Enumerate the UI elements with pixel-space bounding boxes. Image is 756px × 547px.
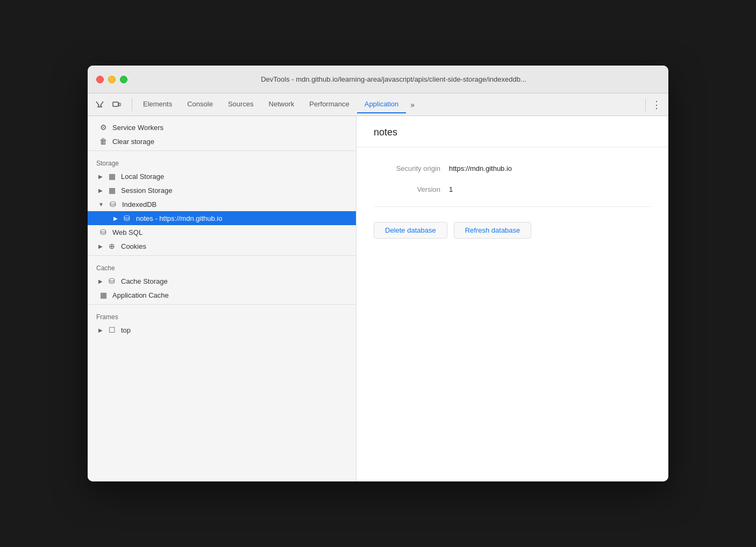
grid-icon-session-storage: ▦: [107, 186, 117, 195]
db-icon-notes: ⛁: [122, 214, 132, 222]
sidebar-label-session-storage: Session Storage: [121, 186, 172, 195]
content-header: notes: [356, 116, 668, 147]
version-row: Version 1: [374, 185, 651, 193]
sidebar-item-app-cache[interactable]: ▦ Application Cache: [88, 288, 356, 302]
frame-icon-top: ☐: [107, 326, 117, 334]
sidebar-label-app-cache: Application Cache: [112, 291, 169, 299]
close-button[interactable]: [96, 76, 104, 83]
tabs-list: Elements Console Sources Network Perform…: [135, 96, 642, 113]
tab-separator-right: [645, 98, 646, 111]
version-value: 1: [449, 185, 453, 193]
tab-console[interactable]: Console: [180, 96, 220, 113]
devtools-icons: [92, 97, 124, 112]
traffic-lights: [96, 76, 127, 83]
devtools-window: DevTools - mdn.github.io/learning-area/j…: [88, 66, 668, 481]
sidebar-label-websql: Web SQL: [112, 228, 142, 236]
svg-rect-1: [119, 103, 120, 106]
sidebar-item-notes-db[interactable]: ▶ ⛁ notes - https://mdn.github.io: [88, 211, 356, 225]
maximize-button[interactable]: [120, 76, 127, 83]
sidebar-section-cache: Cache: [88, 258, 356, 274]
security-origin-label: Security origin: [374, 164, 449, 172]
delete-database-button[interactable]: Delete database: [374, 222, 447, 239]
device-icon[interactable]: [109, 97, 124, 112]
sidebar-label-notes-db: notes - https://mdn.github.io: [136, 214, 222, 222]
content-body: Security origin https://mdn.github.io Ve…: [356, 147, 668, 481]
content-panel: notes Security origin https://mdn.github…: [356, 116, 668, 481]
sidebar-divider-3: [88, 304, 356, 305]
sidebar-item-local-storage[interactable]: ▶ ▦ Local Storage: [88, 169, 356, 183]
sidebar-item-cookies[interactable]: ▶ ⊕ Cookies: [88, 239, 356, 253]
sidebar-item-indexeddb[interactable]: ▼ ⛁ IndexedDB: [88, 197, 356, 211]
tab-performance[interactable]: Performance: [302, 96, 356, 113]
arrow-local-storage: ▶: [98, 174, 103, 179]
tab-sources[interactable]: Sources: [220, 96, 261, 113]
version-label: Version: [374, 185, 449, 193]
arrow-session-storage: ▶: [98, 188, 103, 193]
trash-icon: 🗑: [98, 137, 108, 146]
security-origin-value: https://mdn.github.io: [449, 164, 512, 172]
more-tabs-button[interactable]: »: [406, 98, 419, 111]
minimize-button[interactable]: [108, 76, 116, 83]
svg-rect-0: [113, 102, 118, 106]
sidebar-label-service-workers: Service Workers: [112, 124, 163, 132]
sidebar-label-cookies: Cookies: [121, 242, 146, 250]
sidebar-section-frames: Frames: [88, 307, 356, 323]
tab-elements[interactable]: Elements: [135, 96, 180, 113]
sidebar-section-storage: Storage: [88, 153, 356, 169]
tab-network[interactable]: Network: [261, 96, 302, 113]
cookie-icon: ⊕: [107, 242, 117, 250]
sidebar-item-clear-storage[interactable]: 🗑 Clear storage: [88, 134, 356, 148]
security-origin-row: Security origin https://mdn.github.io: [374, 164, 651, 172]
refresh-database-button[interactable]: Refresh database: [454, 222, 532, 239]
window-title: DevTools - mdn.github.io/learning-area/j…: [127, 75, 660, 83]
arrow-cache-storage: ▶: [98, 278, 103, 284]
devtools-menu-button[interactable]: ⋮: [649, 97, 664, 112]
sidebar-divider-2: [88, 255, 356, 256]
arrow-indexeddb: ▼: [98, 201, 104, 207]
sidebar-label-local-storage: Local Storage: [121, 172, 164, 181]
db-icon-indexeddb: ⛁: [108, 200, 118, 208]
tab-application[interactable]: Application: [357, 96, 406, 113]
arrow-top-frame: ▶: [98, 327, 103, 333]
sidebar: ⚙ Service Workers 🗑 Clear storage Storag…: [88, 116, 356, 481]
db-icon-websql: ⛁: [98, 228, 108, 236]
arrow-cookies: ▶: [98, 243, 103, 249]
tab-separator-left: [132, 98, 132, 111]
sidebar-label-top-frame: top: [121, 326, 131, 334]
sidebar-label-cache-storage: Cache Storage: [121, 277, 168, 285]
sidebar-label-indexeddb: IndexedDB: [122, 200, 156, 208]
action-buttons: Delete database Refresh database: [374, 222, 651, 239]
sidebar-item-cache-storage[interactable]: ▶ ⛁ Cache Storage: [88, 274, 356, 288]
main-content: ⚙ Service Workers 🗑 Clear storage Storag…: [88, 116, 668, 481]
db-icon-cache-storage: ⛁: [107, 277, 117, 285]
grid-icon-local-storage: ▦: [107, 172, 117, 181]
tab-bar: Elements Console Sources Network Perform…: [88, 93, 668, 116]
inspect-icon[interactable]: [92, 97, 107, 112]
content-title: notes: [374, 127, 397, 138]
sidebar-item-websql[interactable]: ⛁ Web SQL: [88, 225, 356, 239]
sidebar-divider-1: [88, 150, 356, 151]
gear-icon: ⚙: [98, 123, 108, 132]
sidebar-item-top-frame[interactable]: ▶ ☐ top: [88, 323, 356, 337]
sidebar-item-session-storage[interactable]: ▶ ▦ Session Storage: [88, 183, 356, 197]
content-divider: [374, 206, 651, 207]
grid-icon-app-cache: ▦: [98, 291, 108, 299]
arrow-notes-db: ▶: [113, 215, 118, 221]
sidebar-item-service-workers[interactable]: ⚙ Service Workers: [88, 120, 356, 134]
sidebar-label-clear-storage: Clear storage: [112, 138, 154, 146]
title-bar: DevTools - mdn.github.io/learning-area/j…: [88, 66, 668, 93]
